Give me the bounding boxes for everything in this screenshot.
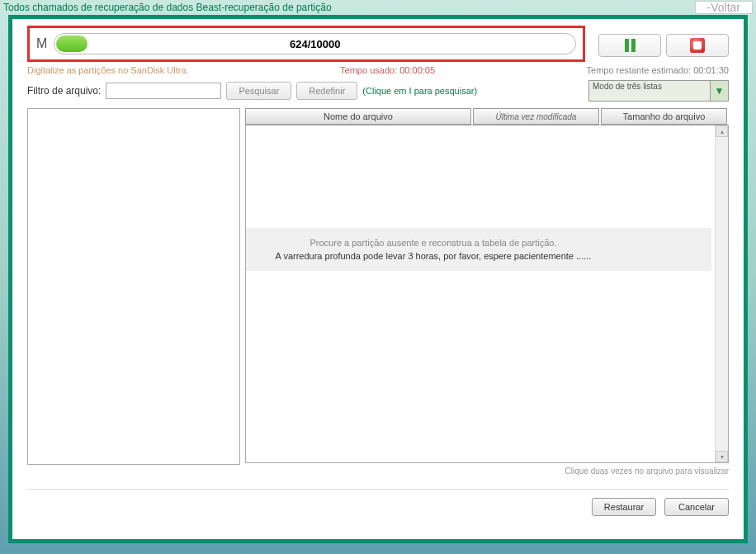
folder-tree-panel[interactable]: [27, 108, 240, 465]
scroll-up-icon[interactable]: ▴: [716, 125, 728, 137]
filter-label: Filtro de arquivo:: [27, 85, 101, 97]
column-header-date[interactable]: Última vez modificada: [473, 108, 599, 125]
view-mode-text: Modo de três listas: [589, 81, 710, 101]
column-header-name[interactable]: Nome do arquivo: [245, 108, 471, 125]
view-mode-select[interactable]: Modo de três listas ▼: [588, 80, 729, 102]
window-title: Todos chamados de recuperação de dados B…: [3, 2, 332, 13]
time-remaining-label: Tempo restante estimado: 00:01:30: [587, 65, 729, 75]
back-button[interactable]: -Voltar: [695, 1, 753, 14]
search-hint: (Clique em I para pesquisar): [362, 86, 477, 96]
progress-text: 624/10000: [290, 38, 340, 50]
pause-icon: [625, 39, 636, 52]
search-button[interactable]: Pesquisar: [226, 82, 291, 100]
drive-letter: M: [36, 36, 47, 51]
file-list-panel[interactable]: ▴ ▾ Procure a partição ausente e reconst…: [245, 125, 729, 463]
main-panel: M 624/10000 Digitalize as partições no S…: [8, 15, 748, 543]
scan-message-line1: Procure a partição ausente e reconstrua …: [245, 238, 695, 248]
chevron-down-icon: ▼: [710, 81, 728, 101]
scan-message-line2: A varredura profunda pode levar 3 horas,…: [245, 251, 695, 261]
stop-button[interactable]: [666, 34, 729, 57]
progress-fill: [56, 36, 87, 52]
pause-button[interactable]: [598, 34, 661, 57]
scan-status-text: Digitalize as partições no SanDisk Ultra…: [27, 65, 189, 75]
divider: [27, 489, 729, 490]
cancel-button[interactable]: Cancelar: [664, 498, 729, 516]
progress-bar: 624/10000: [54, 33, 576, 54]
restore-button[interactable]: Restaurar: [592, 498, 656, 516]
scroll-down-icon[interactable]: ▾: [716, 451, 728, 462]
scan-message-banner: Procure a partição ausente e reconstrua …: [245, 228, 711, 271]
scrollbar-vertical[interactable]: ▴ ▾: [715, 125, 728, 462]
preview-hint: Clique duas vezes no arquivo para visual…: [27, 466, 729, 476]
reset-button[interactable]: Redefinir: [296, 82, 357, 100]
filter-input[interactable]: [106, 83, 221, 99]
time-used-label: Tempo usado: 00:00:05: [340, 65, 435, 75]
progress-highlight: M 624/10000: [27, 26, 585, 62]
stop-icon: [690, 38, 705, 53]
column-header-size[interactable]: Tamanho do arquivo: [601, 108, 727, 125]
